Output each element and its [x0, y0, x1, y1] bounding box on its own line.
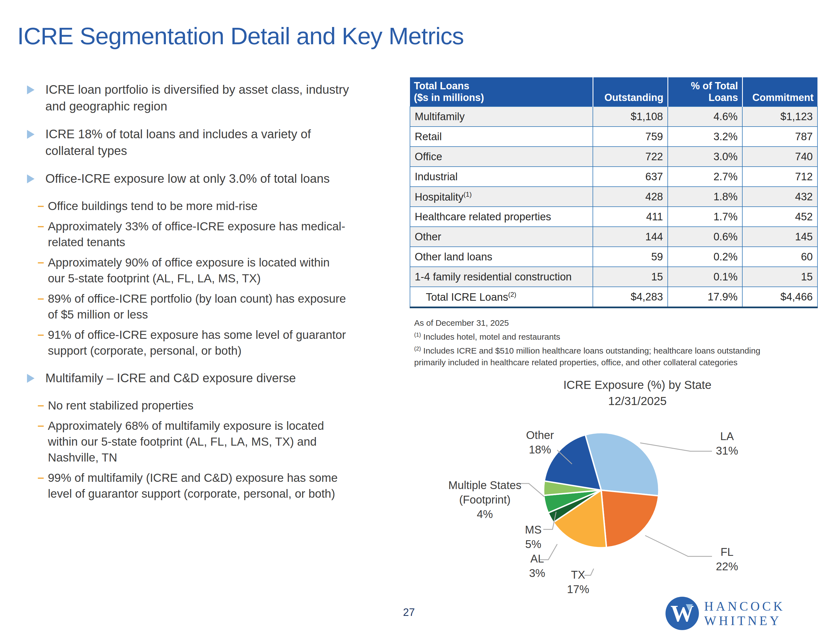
category-label: Hospitality — [415, 191, 463, 203]
table-row: Other1440.6%145 — [410, 227, 817, 247]
table-row: Other land loans590.2%60 — [410, 247, 817, 267]
bullet-text-line: level of guarantor support (corporate, p… — [48, 486, 413, 501]
page-title: ICRE Segmentation Detail and Key Metrics — [17, 22, 464, 50]
bullet-text-line: ICRE 18% of total loans and includes a v… — [45, 126, 413, 143]
table-row: Healthcare related properties4111.7%452 — [410, 207, 817, 227]
cell-outstanding: 411 — [593, 207, 668, 227]
cell-category: Retail — [410, 127, 593, 147]
sub-bullet-item: –99% of multifamily (ICRE and C&D) expos… — [26, 470, 413, 501]
leader-line-multiple-states-footprint- — [520, 483, 544, 497]
table-total-row: Total ICRE Loans(2)$4,28317.9%$4,466 — [410, 287, 817, 307]
table-body: Multifamily$1,1084.6%$1,123Retail7593.2%… — [410, 107, 817, 307]
triangle-bullet-icon — [27, 130, 34, 139]
bullet-text-line: 91% of office-ICRE exposure has some lev… — [48, 327, 413, 343]
dash-bullet-icon: – — [37, 254, 44, 270]
category-label: Retail — [415, 131, 442, 143]
header-pct-line2: Loans — [672, 92, 738, 104]
bullet-text-line: No rent stabilized properties — [48, 397, 413, 414]
bullet-text-line: within our 5-state footprint (AL, FL, LA… — [48, 434, 413, 449]
dash-bullet-icon: – — [37, 469, 44, 485]
bullet-text-line: Approximately 90% of office exposure is … — [48, 255, 413, 270]
pie-chart-svg: ICRE Exposure (%) by State12/31/2025LA31… — [445, 370, 824, 595]
cell-commitment: 712 — [742, 167, 817, 187]
leader-line-tx — [585, 569, 594, 575]
category-label: Total ICRE Loans — [426, 291, 508, 303]
header-commitment: Commitment — [742, 77, 817, 107]
cell-pct-of-total: 3.0% — [668, 147, 742, 167]
cell-outstanding: 144 — [593, 227, 668, 247]
logo-line1: HANCOCK — [704, 599, 785, 614]
footnote-2-cont: primarily included in healthcare related… — [414, 357, 818, 368]
sub-bullet-item: –91% of office-ICRE exposure has some le… — [26, 327, 413, 358]
pie-value-label: 18% — [529, 443, 551, 456]
triangle-bullet-icon — [27, 174, 34, 183]
cell-outstanding: 15 — [593, 267, 668, 287]
footnote-1-text: Includes hotel, motel and restaurants — [423, 332, 560, 341]
sub-bullet-item: –89% of office-ICRE portfolio (by loan c… — [26, 291, 413, 323]
footnote-1: (1) Includes hotel, motel and restaurant… — [414, 329, 818, 343]
footnote-asof: As of December 31, 2025 — [414, 317, 818, 329]
cell-commitment: $4,466 — [742, 287, 817, 307]
bullet-item: Multifamily – ICRE and C&D exposure dive… — [26, 370, 413, 386]
pie-chart-region: ICRE Exposure (%) by State12/31/2025LA31… — [445, 370, 824, 595]
category-label: 1-4 family residential construction — [415, 271, 572, 283]
cell-pct-of-total: 0.1% — [668, 267, 742, 287]
cell-category: Other — [410, 227, 593, 247]
header-outstanding: Outstanding — [593, 77, 668, 107]
pie-subtitle: 12/31/2025 — [608, 394, 667, 407]
pie-label: AL — [531, 553, 544, 565]
dash-bullet-icon: – — [37, 326, 44, 342]
cell-commitment: 15 — [742, 267, 817, 287]
cell-commitment: 787 — [742, 127, 817, 147]
header-pct-line1: % of Total — [672, 80, 738, 92]
footnote-marker: (1) — [463, 191, 471, 198]
footnote-2-line1: Includes ICRE and $510 million healthcar… — [423, 346, 760, 355]
bullet-text-line: our 5-state footprint (AL, FL, LA, MS, T… — [48, 270, 413, 286]
cell-outstanding: 759 — [593, 127, 668, 147]
cell-pct-of-total: 3.2% — [668, 127, 742, 147]
cell-commitment: 740 — [742, 147, 817, 167]
cell-outstanding: $4,283 — [593, 287, 668, 307]
pie-title: ICRE Exposure (%) by State — [563, 378, 712, 391]
footnote-2-sup: (2) — [414, 346, 421, 352]
cell-pct-of-total: 1.7% — [668, 207, 742, 227]
footnotes: As of December 31, 2025 (1) Includes hot… — [414, 317, 818, 368]
bullet-text-line: Multifamily – ICRE and C&D exposure dive… — [45, 370, 413, 386]
triangle-bullet-icon — [27, 85, 34, 94]
pie-label: TX — [571, 569, 585, 581]
cell-category: Multifamily — [410, 107, 593, 127]
bullet-item: ICRE 18% of total loans and includes a v… — [26, 126, 413, 159]
table-header: Total Loans ($s in millions) Outstanding… — [410, 77, 817, 107]
cell-category: Total ICRE Loans(2) — [410, 287, 593, 307]
sub-bullet-item: –No rent stabilized properties — [26, 397, 413, 414]
cell-outstanding: 428 — [593, 187, 668, 207]
pie-value-label: 4% — [477, 508, 493, 520]
bullet-text-line: Office buildings tend to be more mid-ris… — [48, 198, 413, 214]
cell-category: Other land loans — [410, 247, 593, 267]
pie-label: MS — [525, 524, 542, 536]
dash-bullet-icon: – — [37, 397, 44, 413]
category-label: Healthcare related properties — [415, 211, 551, 222]
bullet-text-line: Approximately 33% of office-ICRE exposur… — [48, 218, 413, 234]
bullet-item: ICRE loan portfolio is diversified by as… — [26, 81, 413, 115]
logo-line2: WHITNEY — [704, 614, 785, 628]
bullet-text-line: Approximately 68% of multifamily exposur… — [48, 418, 413, 434]
category-label: Other — [415, 231, 441, 243]
page-number: 27 — [403, 607, 415, 618]
bullet-text-line: ICRE loan portfolio is diversified by as… — [45, 81, 413, 98]
leader-line-fl — [645, 535, 712, 556]
table-row: Industrial6372.7%712 — [410, 167, 817, 187]
triangle-bullet-icon — [27, 374, 34, 383]
pie-slice-fl — [601, 490, 658, 547]
footnote-2: (2) Includes ICRE and $510 million healt… — [414, 343, 818, 357]
logo-wordmark: HANCOCK WHITNEY — [704, 599, 785, 628]
pie-value-label: 31% — [716, 444, 738, 457]
table-row: Office7223.0%740 — [410, 147, 817, 167]
hancock-whitney-logo: W HANCOCK WHITNEY — [664, 596, 820, 632]
bullet-text-line: 89% of office-ICRE portfolio (by loan co… — [48, 291, 413, 307]
dash-bullet-icon: – — [37, 417, 44, 433]
cell-category: 1-4 family residential construction — [410, 267, 593, 287]
slide: ICRE Segmentation Detail and Key Metrics… — [0, 0, 835, 644]
cell-pct-of-total: 4.6% — [668, 107, 742, 127]
leader-line-la — [640, 443, 712, 451]
